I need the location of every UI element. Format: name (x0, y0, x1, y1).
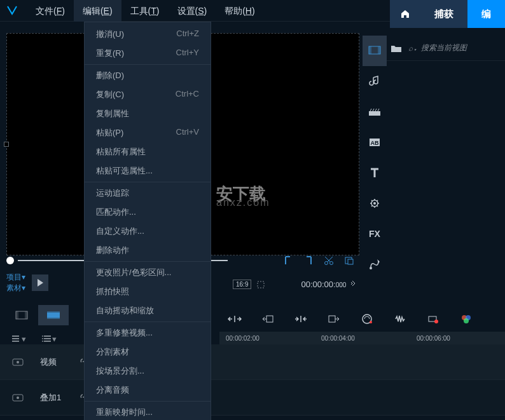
svg-rect-6 (16, 311, 18, 319)
aspect-timecode: 16:9 00:00:00:000 (233, 280, 356, 289)
mark-in-icon[interactable] (280, 253, 296, 268)
svg-point-11 (42, 335, 43, 337)
menu-help[interactable]: 帮助(H) (216, 0, 263, 22)
svg-rect-29 (378, 46, 380, 54)
svg-point-22 (464, 318, 469, 323)
menu-item[interactable]: 匹配动作... (85, 203, 211, 222)
menu-settings[interactable]: 设置(S) (169, 0, 216, 22)
svg-rect-28 (369, 46, 371, 54)
menu-item[interactable]: 删除动作 (85, 241, 211, 262)
menu-item[interactable]: 复制(C)Ctrl+C (85, 85, 211, 104)
menu-item[interactable]: 复制属性 (85, 104, 211, 123)
edit-menu-dropdown: 撤消(U)Ctrl+Z重复(R)Ctrl+Y删除(D)复制(C)Ctrl+C复制… (84, 22, 211, 420)
tab-home[interactable] (390, 0, 420, 28)
menu-item[interactable]: 按场景分割... (85, 362, 211, 381)
timeline-ruler[interactable]: 00:00:02:00 00:00:04:00 00:00:06:00 (219, 332, 505, 344)
timeline-mode[interactable] (38, 305, 69, 325)
svg-text:AB: AB (371, 140, 379, 146)
menu-item[interactable]: 粘贴可选属性... (85, 161, 211, 182)
aspect-ratio[interactable]: 16:9 (233, 280, 251, 289)
track-visibility-icon[interactable] (0, 380, 35, 415)
svg-point-26 (17, 396, 19, 399)
menu-item[interactable]: 粘贴(P)Ctrl+V (85, 123, 211, 142)
mark-out-icon[interactable] (301, 253, 316, 268)
svg-rect-9 (47, 311, 60, 313)
storyboard-mode[interactable] (6, 305, 37, 325)
fit-button[interactable] (226, 310, 244, 328)
folder-icon[interactable] (391, 44, 402, 53)
menu-item[interactable]: 分离音频 (85, 381, 211, 402)
svg-point-17 (370, 321, 372, 323)
audio-category-icon[interactable] (363, 66, 387, 97)
prev-edit-button[interactable] (259, 310, 277, 328)
menu-item[interactable]: 撤消(U)Ctrl+Z (85, 25, 211, 44)
ruler-tick: 00:00:04:00 (321, 335, 355, 342)
graphics-category-icon[interactable] (363, 188, 387, 219)
svg-point-19 (434, 320, 438, 323)
svg-point-1 (330, 262, 333, 265)
svg-point-24 (17, 361, 19, 363)
path-category-icon[interactable] (363, 249, 387, 280)
next-edit-button[interactable] (325, 310, 343, 328)
color-button[interactable] (457, 310, 475, 328)
menu-item[interactable]: 自定义动作... (85, 222, 211, 241)
svg-rect-15 (329, 316, 335, 322)
svg-rect-10 (47, 318, 60, 319)
play-button[interactable] (32, 274, 48, 291)
svg-point-0 (325, 262, 328, 265)
track-list-icon[interactable]: ▾ (6, 332, 31, 346)
menu-item[interactable]: 分割素材 (85, 342, 211, 362)
split-icon[interactable] (342, 253, 357, 268)
workspace-tabs: 捕获 编 (390, 0, 505, 28)
resize-handle-left[interactable] (4, 142, 9, 147)
watermark-sub: anxz.com (216, 197, 270, 208)
playhead-dot[interactable] (6, 257, 14, 264)
tab-project[interactable]: 项目▾ (6, 272, 25, 283)
svg-point-12 (42, 338, 43, 339)
track-util-bar: ▾ ▾ (6, 332, 61, 346)
menu-item[interactable]: 删除(D) (85, 66, 211, 85)
timecode-display[interactable]: 00:00:00:000 (301, 280, 356, 289)
track-visibility-icon[interactable] (0, 344, 35, 379)
tab-capture[interactable]: 捕获 (420, 0, 467, 28)
menu-item[interactable]: 重复(R)Ctrl+Y (85, 44, 211, 65)
svg-rect-7 (25, 311, 27, 319)
transitions-category-icon[interactable] (363, 97, 387, 127)
media-category-icon[interactable] (363, 36, 387, 66)
menu-item[interactable]: 自动摇动和缩放 (85, 301, 211, 322)
ruler-tick: 00:00:02:00 (226, 335, 259, 342)
menu-item[interactable]: 更改照片/色彩区间... (85, 263, 211, 282)
menu-item[interactable]: 粘贴所有属性 (85, 142, 211, 161)
track-label: 叠加1 (35, 390, 80, 406)
effects-button[interactable] (358, 310, 376, 328)
menu-item[interactable]: 多重修整视频... (85, 323, 211, 342)
view-mode-tabs (6, 305, 70, 325)
library-category-bar: AB FX (363, 36, 387, 280)
svg-rect-4 (258, 281, 264, 288)
svg-point-13 (42, 341, 43, 342)
ruler-tick: 00:00:06:00 (417, 335, 450, 342)
text-category-icon[interactable] (363, 158, 387, 188)
menu-edit[interactable]: 编辑(E) (74, 0, 121, 22)
record-button[interactable] (424, 310, 442, 328)
fx-category-icon[interactable]: FX (363, 219, 387, 249)
track-row[interactable]: 视频 ▾ (0, 344, 505, 380)
svg-rect-8 (47, 313, 60, 318)
search-input[interactable]: ⌕▾ 搜索当前视图 (408, 43, 500, 53)
menu-tools[interactable]: 工具(T) (121, 0, 169, 22)
scissors-icon[interactable] (321, 253, 336, 268)
menu-item[interactable]: 运动追踪 (85, 184, 211, 203)
track-row[interactable]: 叠加1 ▾ (0, 380, 505, 416)
menu-item[interactable]: 重新映射时间... (85, 403, 211, 420)
tab-clip[interactable]: 素材▾ (6, 283, 25, 294)
menu-file[interactable]: 文件(F) (27, 0, 74, 22)
track-label: 视频 (35, 354, 80, 370)
split-clip-button[interactable] (292, 310, 310, 328)
track-options-icon[interactable]: ▾ (37, 332, 61, 346)
audio-button[interactable] (391, 310, 409, 328)
title-category-icon[interactable]: AB (363, 127, 387, 158)
tab-edit[interactable]: 编 (467, 0, 505, 28)
crop-icon[interactable] (256, 280, 265, 289)
menu-item[interactable]: 抓拍快照 (85, 282, 211, 301)
project-tabs: 项目▾ 素材▾ (6, 272, 48, 294)
